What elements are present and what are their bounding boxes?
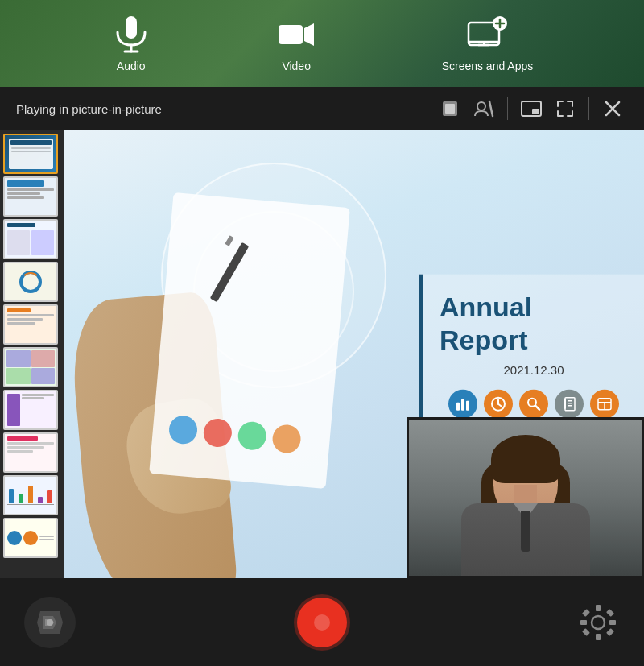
no-video-button[interactable] xyxy=(469,93,499,124)
svg-point-40 xyxy=(592,616,605,629)
svg-line-25 xyxy=(498,403,502,406)
slide-thumb-7[interactable] xyxy=(3,390,58,430)
record-indicator xyxy=(314,614,330,631)
record-button[interactable] xyxy=(297,598,347,647)
logo-button[interactable] xyxy=(24,597,76,648)
slide-thumb-8[interactable] xyxy=(3,432,58,473)
report-icon-clock xyxy=(484,389,513,418)
slide-panel xyxy=(0,130,64,578)
svg-rect-20 xyxy=(456,402,460,410)
screens-apps-button[interactable]: Screens and Apps xyxy=(442,14,534,72)
svg-rect-43 xyxy=(580,620,587,625)
video-button[interactable]: Video xyxy=(276,14,316,72)
hand-illustration xyxy=(64,159,402,578)
svg-rect-17 xyxy=(532,109,539,114)
svg-rect-29 xyxy=(564,399,566,408)
control-buttons xyxy=(435,93,628,124)
pip-button[interactable] xyxy=(516,93,547,124)
top-bar: Audio Video Screens and Apps xyxy=(0,0,644,87)
annual-report-date: 2021.12.30 xyxy=(440,362,628,376)
audio-icon xyxy=(111,14,151,55)
annual-report-title: Annual Report xyxy=(440,291,628,357)
divider-1 xyxy=(507,97,508,120)
status-text: Playing in picture-in-picture xyxy=(16,102,422,116)
slide-thumb-1[interactable] xyxy=(3,134,58,174)
video-icon xyxy=(276,14,316,55)
annual-report-icons xyxy=(440,389,628,418)
svg-rect-3 xyxy=(279,25,303,44)
slide-thumb-9[interactable] xyxy=(3,475,58,515)
svg-marker-4 xyxy=(304,23,314,46)
video-label: Video xyxy=(282,60,311,72)
slide-thumb-5[interactable] xyxy=(3,304,58,345)
control-bar: Playing in picture-in-picture xyxy=(0,87,644,130)
fullscreen-button[interactable] xyxy=(550,93,580,124)
svg-rect-47 xyxy=(582,628,590,636)
slide-thumb-10[interactable] xyxy=(3,518,58,558)
audio-label: Audio xyxy=(117,60,146,72)
slide-thumb-3[interactable] xyxy=(3,219,58,259)
person-figure xyxy=(409,420,642,576)
svg-rect-42 xyxy=(596,634,601,640)
svg-line-15 xyxy=(489,101,493,116)
close-button[interactable] xyxy=(597,93,628,124)
audio-button[interactable]: Audio xyxy=(111,14,151,72)
svg-rect-45 xyxy=(582,609,590,617)
screens-apps-label: Screens and Apps xyxy=(442,60,534,72)
bottom-bar xyxy=(0,578,644,666)
report-icon-search xyxy=(519,389,548,418)
slide-thumb-6[interactable] xyxy=(3,347,58,387)
report-icon-list xyxy=(590,389,619,418)
pip-video xyxy=(407,417,644,578)
svg-rect-28 xyxy=(565,397,575,410)
svg-rect-46 xyxy=(606,609,614,617)
settings-button[interactable] xyxy=(576,601,620,644)
person-hair-top xyxy=(491,435,560,483)
presentation-area: Annual Report 2021.12.30 xyxy=(64,130,644,578)
svg-line-27 xyxy=(535,405,539,409)
slide-thumb-2[interactable] xyxy=(3,176,58,217)
report-icon-chart xyxy=(448,389,477,418)
report-icon-notebook xyxy=(555,389,584,418)
svg-rect-48 xyxy=(606,628,614,636)
stop-video-button[interactable] xyxy=(435,93,465,124)
svg-point-14 xyxy=(477,102,485,110)
svg-rect-22 xyxy=(466,400,469,410)
slide-thumb-4[interactable] xyxy=(3,262,58,302)
svg-rect-21 xyxy=(461,399,464,410)
annual-report-section: Annual Report 2021.12.30 xyxy=(419,275,644,435)
main-area: Annual Report 2021.12.30 xyxy=(0,130,644,578)
svg-rect-41 xyxy=(596,605,601,611)
screens-apps-icon xyxy=(467,14,507,55)
svg-point-39 xyxy=(47,619,53,626)
divider-2 xyxy=(588,97,589,120)
svg-rect-44 xyxy=(609,620,616,625)
svg-rect-0 xyxy=(126,16,137,39)
svg-rect-13 xyxy=(445,104,455,114)
person-body xyxy=(461,503,590,576)
